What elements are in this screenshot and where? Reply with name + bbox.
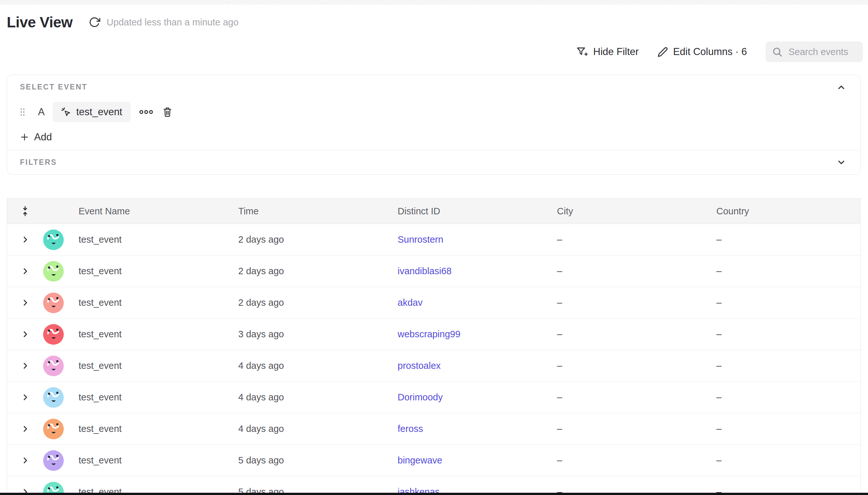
table-header-row: Event Name Time Distinct ID City Country xyxy=(7,199,860,224)
query-builder-panel: SELECT EVENT A xyxy=(7,75,861,175)
event-overflow-menu-button[interactable] xyxy=(139,109,153,115)
time-cell: 4 days ago xyxy=(238,424,397,434)
expand-row-chevron-icon[interactable] xyxy=(21,393,30,402)
filters-expand-button[interactable] xyxy=(836,157,847,168)
funnel-plus-icon xyxy=(577,46,588,57)
city-cell: – xyxy=(557,392,716,403)
select-event-label: SELECT EVENT xyxy=(20,83,847,91)
country-cell: – xyxy=(716,392,860,403)
plus-icon xyxy=(20,133,29,142)
expand-row-chevron-icon[interactable] xyxy=(21,298,30,307)
country-cell: – xyxy=(716,266,860,276)
expand-row-chevron-icon[interactable] xyxy=(21,330,30,339)
expand-row-chevron-icon[interactable] xyxy=(21,235,30,244)
distinct-id-link[interactable]: bingewave xyxy=(397,455,442,465)
table-row[interactable]: test_event 2 days ago akdav – – xyxy=(7,287,860,319)
top-edge-texture xyxy=(0,0,868,4)
user-avatar xyxy=(43,387,64,408)
country-cell: – xyxy=(716,424,860,434)
page-title: Live View xyxy=(7,14,72,31)
column-header-time: Time xyxy=(238,206,397,217)
collapse-all-rows-button[interactable] xyxy=(20,206,30,217)
expand-row-chevron-icon[interactable] xyxy=(21,425,30,433)
filters-section: FILTERS xyxy=(7,150,860,174)
drag-handle[interactable] xyxy=(20,107,26,117)
table-row[interactable]: test_event 4 days ago Dorimoody – – xyxy=(7,382,860,413)
time-cell: 4 days ago xyxy=(238,392,397,403)
edit-columns-label: Edit Columns · 6 xyxy=(673,46,747,57)
table-row[interactable]: test_event 4 days ago prostoalex – – xyxy=(7,350,860,382)
user-avatar xyxy=(43,324,64,345)
city-cell: – xyxy=(557,424,716,434)
table-row[interactable]: test_event 5 days ago bingewave – – xyxy=(7,445,860,476)
country-cell: – xyxy=(716,234,860,245)
expand-row-chevron-icon[interactable] xyxy=(21,267,30,275)
event-row: A test_event xyxy=(20,102,847,122)
country-cell: – xyxy=(716,329,860,340)
user-avatar xyxy=(43,229,64,250)
pencil-icon xyxy=(658,47,668,57)
filters-label: FILTERS xyxy=(20,158,847,167)
hide-filter-button[interactable]: Hide Filter xyxy=(577,46,639,57)
city-cell: – xyxy=(557,360,716,371)
distinct-id-link[interactable]: akdav xyxy=(397,297,422,308)
expand-row-chevron-icon[interactable] xyxy=(21,456,30,465)
expand-row-chevron-icon[interactable] xyxy=(21,361,30,370)
distinct-id-link[interactable]: prostoalex xyxy=(397,360,441,371)
table-row[interactable]: test_event 2 days ago Sunrostern – – xyxy=(7,224,860,256)
updated-status-text: Updated less than a minute ago xyxy=(106,17,239,28)
table-body: test_event 2 days ago Sunrostern – – tes… xyxy=(7,224,860,495)
event-name-cell: test_event xyxy=(64,360,238,371)
distinct-id-link[interactable]: ivandiblasi68 xyxy=(397,266,452,276)
event-row-letter: A xyxy=(38,106,45,118)
city-cell: – xyxy=(557,455,716,466)
distinct-id-link[interactable]: Dorimoody xyxy=(397,392,443,402)
three-dots-icon xyxy=(139,109,153,115)
hide-filter-label: Hide Filter xyxy=(593,46,639,57)
time-cell: 3 days ago xyxy=(238,329,397,340)
event-name-cell: test_event xyxy=(64,329,238,340)
column-header-event-name: Event Name xyxy=(64,206,238,217)
time-cell: 4 days ago xyxy=(238,360,397,371)
distinct-id-link[interactable]: feross xyxy=(397,424,423,434)
event-name-cell: test_event xyxy=(64,234,238,245)
cursor-click-icon xyxy=(61,107,71,117)
delete-event-button[interactable] xyxy=(162,106,173,118)
refresh-button[interactable] xyxy=(88,16,101,28)
event-name-cell: test_event xyxy=(64,424,238,434)
city-cell: – xyxy=(557,329,716,340)
toolbar: Hide Filter Edit Columns · 6 xyxy=(0,41,863,63)
table-row[interactable]: test_event 4 days ago feross – – xyxy=(7,413,860,445)
drag-handle-icon xyxy=(20,108,25,116)
distinct-id-link[interactable]: Sunrostern xyxy=(397,234,443,244)
user-avatar xyxy=(43,261,64,281)
add-event-button[interactable]: Add xyxy=(20,131,52,143)
user-avatar xyxy=(43,356,64,376)
selected-event-chip[interactable]: test_event xyxy=(52,102,131,122)
refresh-icon xyxy=(89,16,100,28)
search-icon xyxy=(772,47,783,57)
country-cell: – xyxy=(716,297,860,308)
table-row[interactable]: test_event 5 days ago jashkenas – – xyxy=(7,476,860,495)
event-name-cell: test_event xyxy=(64,392,238,403)
city-cell: – xyxy=(557,266,716,276)
edit-columns-button[interactable]: Edit Columns · 6 xyxy=(658,46,747,57)
selected-event-name: test_event xyxy=(76,106,122,118)
events-table: Event Name Time Distinct ID City Country… xyxy=(7,198,861,495)
screen-bottom-edge xyxy=(0,493,868,495)
user-avatar xyxy=(43,419,64,439)
distinct-id-link[interactable]: webscraping99 xyxy=(397,329,460,339)
column-header-city: City xyxy=(557,206,716,217)
city-cell: – xyxy=(557,297,716,308)
time-cell: 2 days ago xyxy=(238,297,397,308)
event-name-cell: test_event xyxy=(64,455,238,466)
table-row[interactable]: test_event 3 days ago webscraping99 – – xyxy=(7,319,860,350)
select-event-section: SELECT EVENT A xyxy=(7,75,860,150)
select-event-collapse-button[interactable] xyxy=(836,82,847,93)
column-header-distinct-id: Distinct ID xyxy=(397,206,557,217)
table-row[interactable]: test_event 2 days ago ivandiblasi68 – – xyxy=(7,256,860,287)
chevron-down-icon xyxy=(836,157,846,167)
search-events-input[interactable] xyxy=(788,46,860,57)
user-avatar xyxy=(43,293,64,313)
search-events-box[interactable] xyxy=(766,41,863,62)
